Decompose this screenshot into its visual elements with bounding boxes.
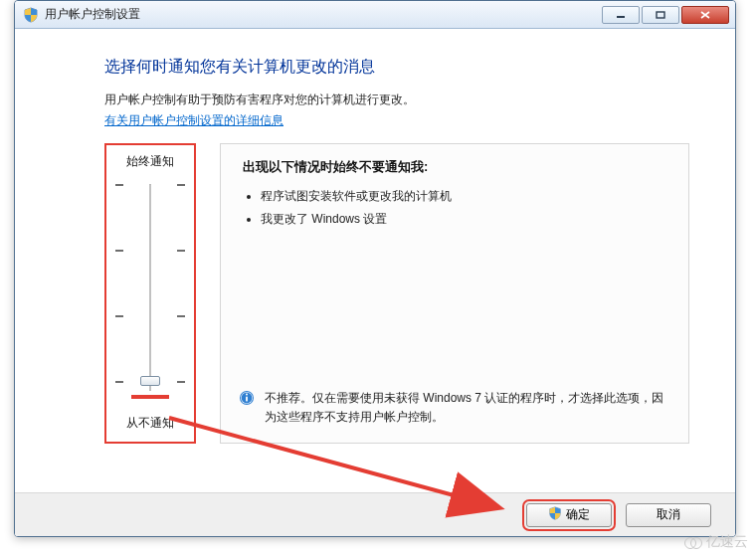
uac-slider[interactable] (115, 178, 185, 397)
annotation-underline (131, 395, 169, 399)
info-panel: 出现以下情况时始终不要通知我: 程序试图安装软件或更改我的计算机 我更改了 Wi… (220, 143, 689, 444)
svg-rect-0 (617, 16, 625, 18)
page-heading: 选择何时通知您有关计算机更改的消息 (104, 57, 689, 78)
watermark-logo-icon (684, 537, 702, 547)
close-button[interactable] (681, 6, 729, 24)
ok-button[interactable]: 确定 (526, 503, 612, 527)
watermark-text: 亿速云 (706, 533, 748, 551)
slider-thumb[interactable] (140, 376, 160, 386)
minimize-button[interactable] (602, 6, 640, 24)
slider-panel: 始终通知 从不通知 (104, 143, 196, 444)
more-info-link[interactable]: 有关用户帐户控制设置的详细信息 (104, 113, 284, 127)
shield-icon (548, 506, 562, 523)
svg-point-6 (246, 393, 248, 395)
window-title: 用户帐户控制设置 (45, 6, 600, 23)
svg-rect-1 (657, 12, 664, 18)
slider-top-label: 始终通知 (110, 153, 190, 170)
info-bullet: 程序试图安装软件或更改我的计算机 (261, 188, 670, 205)
maximize-button[interactable] (642, 6, 679, 24)
svg-rect-5 (246, 396, 248, 401)
shield-icon (23, 7, 39, 23)
content-area: 选择何时通知您有关计算机更改的消息 用户帐户控制有助于预防有害程序对您的计算机进… (15, 29, 735, 536)
info-bullet: 我更改了 Windows 设置 (261, 211, 670, 228)
ok-button-label: 确定 (566, 506, 590, 523)
cancel-button-label: 取消 (657, 506, 680, 523)
cancel-button[interactable]: 取消 (626, 503, 711, 527)
button-bar: 确定 取消 (15, 492, 735, 536)
recommend-text: 不推荐。仅在需要使用未获得 Windows 7 认证的程序时，才选择此选项，因为… (265, 389, 670, 427)
explain-text: 用户帐户控制有助于预防有害程序对您的计算机进行更改。 (104, 92, 689, 108)
info-title: 出现以下情况时始终不要通知我: (243, 158, 670, 176)
uac-window: 用户帐户控制设置 选择何时通知您有关计算机更改的消息 用户帐户控制有助于预防有害… (14, 0, 736, 537)
slider-bottom-label: 从不通知 (110, 415, 190, 432)
titlebar: 用户帐户控制设置 (15, 1, 735, 29)
watermark: 亿速云 (684, 533, 748, 551)
info-icon (239, 390, 255, 406)
